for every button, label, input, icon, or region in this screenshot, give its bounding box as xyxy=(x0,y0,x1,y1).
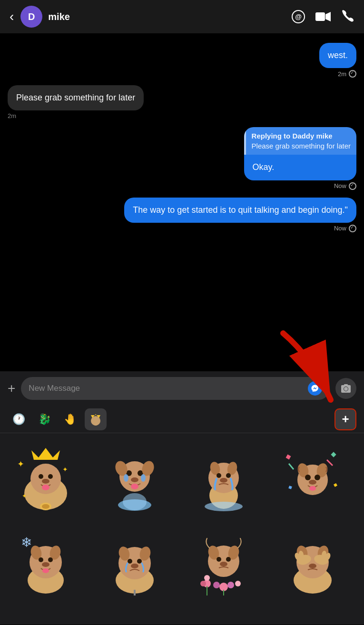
svg-point-63 xyxy=(128,559,132,564)
svg-point-79 xyxy=(235,581,241,586)
messages-area: west. 2m Please grab something for later… xyxy=(0,33,364,371)
svg-point-21 xyxy=(131,477,138,482)
sticker-tab-hand[interactable]: 🤚 xyxy=(59,408,81,430)
message-bubble: Please grab something for later xyxy=(8,85,144,110)
message-bubble-reply: Replying to Daddy mike Please grab somet… xyxy=(244,127,356,180)
svg-rect-47 xyxy=(334,483,337,486)
svg-marker-6 xyxy=(31,448,60,460)
svg-point-75 xyxy=(200,581,206,586)
svg-point-54 xyxy=(39,557,43,562)
add-button[interactable]: + xyxy=(8,381,15,396)
message-received-grab: Please grab something for later 2m xyxy=(8,85,356,119)
video-call-button[interactable] xyxy=(315,11,331,22)
message-bubble: west. xyxy=(319,43,356,68)
sticker-king-pug[interactable]: ✦ ✦ ✦ xyxy=(4,437,87,520)
svg-point-17 xyxy=(42,504,49,509)
svg-marker-1 xyxy=(325,12,331,21)
message-sent-reply: Replying to Daddy mike Please grab somet… xyxy=(8,127,356,189)
svg-point-65 xyxy=(131,564,138,568)
svg-point-43 xyxy=(309,486,316,491)
svg-point-36 xyxy=(205,502,243,511)
svg-point-42 xyxy=(309,480,316,485)
camera-button[interactable] xyxy=(335,378,356,399)
svg-point-70 xyxy=(216,557,221,562)
contact-name[interactable]: mike xyxy=(48,11,292,22)
message-time: 2m xyxy=(8,112,16,119)
svg-point-25 xyxy=(124,474,128,482)
svg-rect-45 xyxy=(331,452,336,457)
header-actions: @ xyxy=(292,9,354,24)
sticker-covering-eyes-pug[interactable] xyxy=(271,520,354,604)
svg-point-34 xyxy=(226,473,231,478)
message-sent-west: west. 2m xyxy=(8,43,356,78)
svg-point-9 xyxy=(39,474,43,479)
svg-point-57 xyxy=(42,568,49,573)
delivered-icon xyxy=(349,225,356,232)
message-input-wrap[interactable]: New Message xyxy=(21,377,330,400)
svg-point-26 xyxy=(141,474,146,482)
svg-point-71 xyxy=(226,557,231,562)
phone-call-button[interactable] xyxy=(341,9,354,24)
message-time: Now xyxy=(334,182,356,190)
svg-point-28 xyxy=(123,493,147,510)
chat-header: ‹ D mike @ xyxy=(0,0,364,33)
svg-point-92 xyxy=(309,564,316,568)
reply-message-text: Okay. xyxy=(244,156,356,180)
sticker-tab-dragon[interactable]: 🐉 xyxy=(33,408,55,430)
svg-rect-0 xyxy=(315,12,325,21)
sticker-panel: 🕐 🐉 🤚 + xyxy=(0,406,364,625)
back-button[interactable]: ‹ xyxy=(10,9,14,24)
messenger-logo xyxy=(308,381,322,396)
delivered-icon xyxy=(349,182,356,190)
sticker-sad-crying-pug[interactable] xyxy=(182,437,266,520)
svg-point-35 xyxy=(220,478,227,483)
svg-text:✦: ✦ xyxy=(62,466,68,473)
svg-point-40 xyxy=(305,475,311,480)
sticker-cold-pug[interactable]: ❄ xyxy=(4,520,87,604)
reply-header: Replying to Daddy mike Please grab somet… xyxy=(244,127,356,155)
message-time: 2m xyxy=(338,70,356,78)
message-sent-quote: The way to get started is to quit talkin… xyxy=(8,198,356,232)
svg-line-49 xyxy=(289,464,294,469)
svg-point-12 xyxy=(42,485,49,490)
svg-text:✦: ✦ xyxy=(22,493,27,499)
svg-rect-44 xyxy=(286,454,291,459)
sticker-add-button[interactable]: + xyxy=(334,408,356,430)
svg-point-11 xyxy=(42,479,49,484)
svg-text:✦: ✦ xyxy=(17,459,24,469)
sticker-confetti-pug[interactable] xyxy=(271,437,354,520)
sticker-sad-pug[interactable] xyxy=(93,520,176,604)
delivered-icon xyxy=(349,70,356,78)
sticker-flower-pug[interactable] xyxy=(182,520,266,604)
avatar: D xyxy=(20,6,42,28)
svg-point-22 xyxy=(131,484,138,489)
svg-line-48 xyxy=(327,460,333,466)
svg-point-64 xyxy=(137,559,142,564)
message-bubble: The way to get started is to quit talkin… xyxy=(124,198,356,223)
svg-rect-46 xyxy=(288,486,292,489)
svg-point-74 xyxy=(204,575,210,581)
svg-point-33 xyxy=(216,473,221,478)
svg-text:❄: ❄ xyxy=(21,535,32,550)
svg-point-78 xyxy=(227,582,234,588)
svg-point-10 xyxy=(48,474,53,479)
svg-point-41 xyxy=(315,475,320,480)
sticker-tab-crown[interactable] xyxy=(85,408,107,430)
sticker-tab-recent[interactable]: 🕐 xyxy=(8,408,30,430)
message-time: Now xyxy=(334,225,356,232)
message-input[interactable]: New Message xyxy=(29,384,304,393)
svg-point-56 xyxy=(42,562,49,567)
sticker-grid: ✦ ✦ ✦ xyxy=(0,433,364,607)
svg-point-76 xyxy=(213,582,220,588)
svg-rect-66 xyxy=(134,590,136,595)
input-bar: + New Message xyxy=(0,371,364,406)
sticker-tab-bar: 🕐 🐉 🤚 + xyxy=(0,406,364,433)
svg-point-55 xyxy=(48,557,53,562)
svg-point-72 xyxy=(220,562,227,566)
sticker-crying-pug-water[interactable] xyxy=(93,437,176,520)
mention-button[interactable]: @ xyxy=(292,10,305,23)
svg-point-5 xyxy=(93,420,98,426)
